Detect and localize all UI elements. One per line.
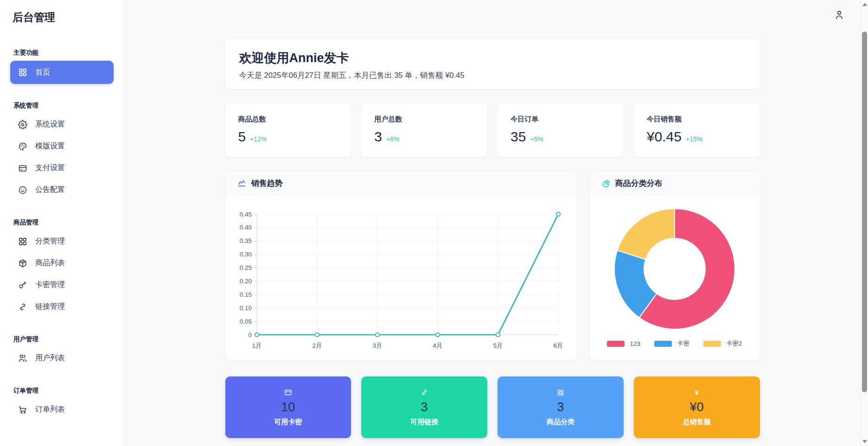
stat-change-badge: +15% (686, 135, 702, 143)
sidebar-item-announcement-config[interactable]: 公告配置 (10, 179, 114, 201)
stat-value: 5 (238, 129, 246, 145)
category-donut-chart (590, 196, 760, 336)
main-content: 欢迎使用Annie发卡 今天是 2025年06月27日 星期五，本月已售出 35… (124, 0, 868, 446)
legend-swatch (654, 341, 672, 347)
summary-label: 可用卡密 (274, 418, 302, 427)
summary-label: 总销售额 (683, 418, 711, 427)
summary-value: 10 (281, 400, 295, 414)
summary-card-available-keys: 10 可用卡密 (225, 376, 351, 438)
summary-card-available-links: 3 可用链接 (361, 376, 487, 438)
users-icon (18, 354, 28, 363)
sidebar-item-link-management[interactable]: 链接管理 (10, 296, 114, 318)
sidebar-item-home[interactable]: 首页 (10, 61, 114, 84)
svg-text:2月: 2月 (312, 342, 322, 349)
sidebar-item-category-management[interactable]: 分类管理 (10, 230, 114, 252)
sidebar-item-user-list[interactable]: 用户列表 (10, 347, 114, 369)
link-icon (18, 302, 28, 312)
svg-text:5月: 5月 (493, 342, 503, 349)
sidebar-item-card-key-management[interactable]: 卡密管理 (10, 274, 114, 296)
svg-text:0.25: 0.25 (239, 264, 251, 271)
stat-label: 今日订单 (511, 115, 611, 124)
vertical-scrollbar[interactable] (861, 0, 868, 446)
smiley-icon (18, 185, 28, 195)
charts-row: 销售趋势 00.050.100.150.200.250.300.350.400.… (225, 172, 760, 360)
nav-section-orders: 订单管理 (13, 387, 114, 395)
summary-card-total-sales: ¥ ¥0 总销售额 (634, 376, 760, 438)
sidebar-item-label: 商品列表 (35, 258, 65, 268)
sidebar-item-label: 支付设置 (35, 163, 65, 173)
nav-section-system: 系统管理 (13, 102, 114, 110)
stat-change-badge: +5% (530, 135, 543, 143)
welcome-subtitle: 今天是 2025年06月27日 星期五，本月已售出 35 单，销售额 ¥0.45 (239, 70, 746, 81)
sidebar-item-order-list[interactable]: 订单列表 (10, 399, 114, 421)
svg-text:0.30: 0.30 (239, 251, 251, 258)
svg-text:0: 0 (248, 331, 252, 338)
svg-text:0.10: 0.10 (239, 305, 251, 312)
credit-card-icon (18, 164, 28, 173)
legend-item[interactable]: 卡密 (654, 339, 689, 348)
topbar (124, 0, 861, 30)
app-title: 后台管理 (10, 10, 114, 25)
pie-legend: 123卡密卡密2 (607, 339, 742, 348)
key-icon (18, 280, 28, 290)
sales-trend-title: 销售趋势 (251, 178, 283, 189)
svg-text:4月: 4月 (433, 342, 442, 349)
legend-swatch (607, 341, 625, 347)
credit-card-icon (284, 389, 292, 397)
category-distribution-header: 商品分类分布 (590, 172, 760, 196)
legend-item[interactable]: 卡密2 (703, 339, 742, 348)
stat-card-orders-today: 今日订单 35 +5% (498, 104, 624, 157)
stat-change-badge: +12% (250, 135, 267, 143)
summary-value: ¥0 (690, 400, 704, 414)
legend-swatch (703, 341, 721, 347)
nav-section-users: 用户管理 (13, 335, 114, 344)
svg-text:3月: 3月 (372, 342, 382, 349)
stat-value: 35 (511, 129, 526, 145)
summary-label: 商品分类 (547, 418, 574, 427)
stat-value: 3 (374, 129, 382, 145)
sales-trend-header: 销售趋势 (225, 172, 577, 196)
legend-label: 卡密2 (726, 339, 742, 348)
scroll-up-icon[interactable] (862, 3, 867, 6)
welcome-card: 欢迎使用Annie发卡 今天是 2025年06月27日 星期五，本月已售出 35… (225, 39, 760, 89)
legend-item[interactable]: 123 (607, 340, 640, 347)
stat-card-users: 用户总数 3 +8% (361, 104, 487, 157)
svg-text:6月: 6月 (553, 342, 563, 349)
gear-icon (18, 120, 28, 129)
svg-text:1月: 1月 (252, 342, 262, 349)
stat-card-products: 商品总数 5 +12% (225, 104, 351, 157)
svg-text:0.20: 0.20 (239, 278, 251, 285)
grid-icon (557, 389, 564, 397)
sidebar-item-template-settings[interactable]: 模版设置 (10, 135, 114, 157)
palette-icon (18, 142, 28, 151)
nav-section-main: 主要功能 (13, 49, 114, 57)
svg-text:0.15: 0.15 (239, 291, 251, 298)
nav-section-products: 商品管理 (13, 218, 114, 227)
sidebar-item-label: 首页 (35, 68, 50, 77)
sidebar-item-label: 系统设置 (35, 120, 65, 129)
summary-card-categories: 3 商品分类 (498, 376, 624, 438)
svg-text:0.40: 0.40 (239, 224, 251, 231)
stat-label: 商品总数 (238, 115, 338, 124)
svg-text:0.35: 0.35 (239, 237, 251, 244)
sidebar-item-label: 订单列表 (35, 405, 65, 414)
scroll-down-icon[interactable] (862, 440, 867, 443)
sidebar-item-label: 用户列表 (35, 353, 65, 363)
category-distribution-card: 商品分类分布 123卡密卡密2 (590, 172, 760, 360)
user-icon[interactable] (834, 9, 845, 20)
pie-chart-icon (602, 179, 610, 188)
sidebar-item-product-list[interactable]: 商品列表 (10, 252, 114, 274)
scrollbar-thumb[interactable] (862, 32, 867, 392)
sidebar-item-payment-settings[interactable]: 支付设置 (10, 157, 114, 179)
summary-value: 3 (421, 400, 428, 414)
sales-trend-chart: 00.050.100.150.200.250.300.350.400.451月2… (225, 196, 577, 360)
stat-card-sales-today: 今日销售额 ¥0.45 +15% (634, 104, 760, 157)
sales-trend-card: 销售趋势 00.050.100.150.200.250.300.350.400.… (225, 172, 577, 360)
sidebar-item-label: 卡密管理 (35, 280, 65, 290)
stat-label: 今日销售额 (647, 115, 747, 124)
sidebar-item-system-settings[interactable]: 系统设置 (10, 114, 114, 135)
sidebar-item-label: 模版设置 (35, 141, 65, 151)
stat-value: ¥0.45 (647, 129, 682, 145)
summary-label: 可用链接 (410, 418, 438, 427)
sidebar-item-label: 公告配置 (35, 185, 65, 195)
